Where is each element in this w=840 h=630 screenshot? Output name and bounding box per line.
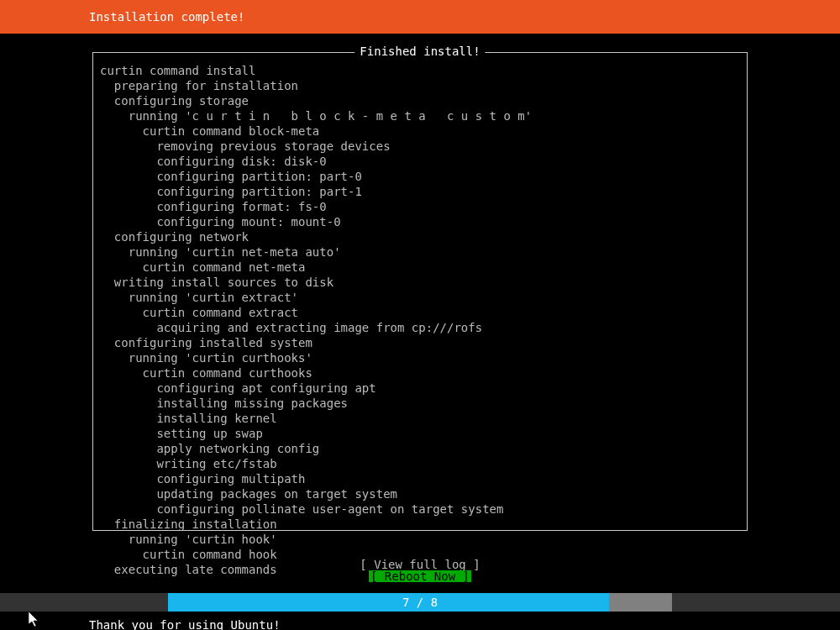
log-line: running 'c u r t i n b l o c k - m e t a… [100,108,740,123]
log-line: configuring partition: part-0 [100,169,740,184]
log-line: installing missing packages [100,396,740,411]
log-line: writing etc/fstab [100,456,740,471]
log-line: preparing for installation [100,78,740,93]
header-title: Installation complete! [89,11,244,23]
log-line: configuring installed system [100,335,740,350]
log-line: running 'curtin extract' [100,290,740,305]
log-line: finalizing installation [100,517,740,532]
reboot-now-button[interactable]: [ Reboot Now ] [369,570,471,582]
log-line: acquiring and extracting image from cp:/… [100,320,740,335]
log-line: curtin command net-meta [100,260,740,275]
log-line: configuring partition: part-1 [100,184,740,199]
log-container: Finished install! curtin command install… [92,52,748,531]
mouse-cursor-icon [29,612,40,628]
log-line: running 'curtin net-meta auto' [100,244,740,260]
view-full-log-button[interactable]: [ View full log ] [360,559,480,570]
footer-thanks: Thank you for using Ubuntu! [89,619,281,630]
log-line: configuring storage [100,93,740,108]
log-line: setting up swap [100,426,740,441]
log-box-title: Finished install! [354,45,485,57]
log-box: Finished install! curtin command install… [92,52,748,531]
log-line: installing kernel [100,411,740,426]
header-bar: Installation complete! [0,0,840,34]
log-line: running 'curtin hook' [100,532,740,547]
progress-bar: 7 / 8 [168,593,672,612]
log-line: configuring apt configuring apt [100,381,740,396]
log-line: apply networking config [100,441,740,456]
log-line: writing install sources to disk [100,275,740,290]
log-line: curtin command block-meta [100,123,740,139]
log-line: configuring pollinate user-agent on targ… [100,501,740,517]
log-line: curtin command install [100,63,740,78]
log-line: configuring network [100,229,740,244]
log-line: configuring mount: mount-0 [100,214,740,229]
log-line: removing previous storage devices [100,139,740,154]
log-line: configuring multipath [100,471,740,486]
log-line: curtin command extract [100,305,740,320]
action-buttons: [ View full log ] [ Reboot Now ] [0,559,840,582]
log-lines: curtin command install preparing for ins… [100,63,740,577]
log-line: configuring disk: disk-0 [100,154,740,169]
log-line: configuring format: fs-0 [100,199,740,214]
log-line: curtin command curthooks [100,365,740,381]
log-line: running 'curtin curthooks' [100,350,740,365]
log-line: updating packages on target system [100,486,740,501]
progress-text: 7 / 8 [168,593,672,612]
progress-row: 7 / 8 [0,593,840,612]
